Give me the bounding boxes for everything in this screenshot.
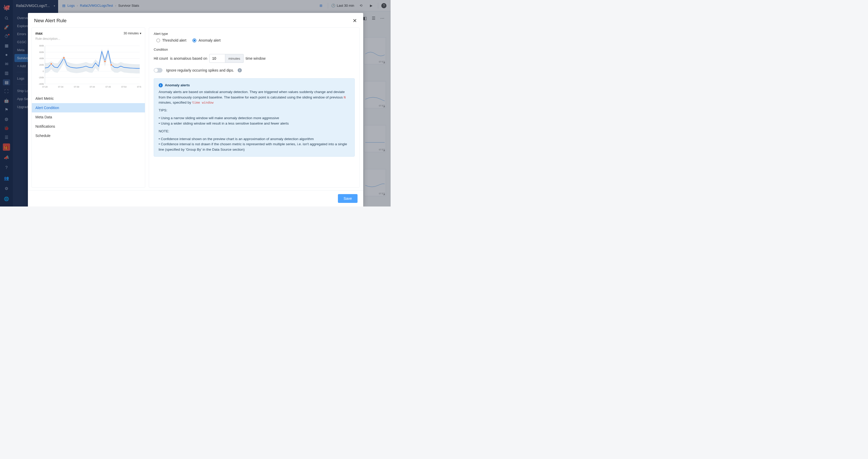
svg-text:07:29: 07:29	[42, 86, 48, 88]
ignore-spikes-row: Ignore regularly occurring spikes and di…	[154, 68, 355, 72]
right-panel: Alert type Threshold alert Anomaly alert…	[149, 27, 360, 188]
svg-text:0: 0	[43, 70, 44, 72]
svg-text:200k: 200k	[39, 64, 44, 66]
tab-alert-condition[interactable]: Alert Condition	[32, 103, 145, 113]
svg-text:07:44: 07:44	[90, 86, 95, 88]
condition-label: Condition	[154, 48, 355, 52]
save-button[interactable]: Save	[338, 194, 358, 203]
left-panel: max 30 minutes ▾ Rule description... -40…	[32, 27, 145, 188]
svg-text:400k: 400k	[39, 57, 44, 60]
svg-text:07:34: 07:34	[58, 86, 64, 88]
svg-point-19	[110, 64, 112, 66]
svg-text:600k: 600k	[39, 51, 44, 54]
info-icon: i	[159, 83, 163, 87]
svg-text:-200k: -200k	[38, 76, 44, 79]
radio-icon	[192, 38, 196, 42]
condition-row: Hit count is anomalous based on minutes …	[154, 54, 355, 63]
chart-name: max	[35, 31, 43, 35]
radio-anomaly[interactable]: Anomaly alert	[192, 38, 221, 42]
svg-text:800k: 800k	[39, 45, 44, 47]
note-1: • Confidence interval shown on the previ…	[159, 136, 350, 142]
svg-text:07:39: 07:39	[74, 86, 79, 88]
tab-alert-metric[interactable]: Alert Metric	[32, 94, 145, 103]
tip-2: • Using a wider sliding window will resu…	[159, 121, 350, 126]
new-alert-modal: New Alert Rule ✕ max 30 minutes ▾ Rule d…	[28, 13, 363, 207]
preview-chart: -400k-200k0200k400k600k800k07:2907:3407:…	[32, 43, 145, 91]
modal-side-tabs: Alert Metric Alert Condition Meta Data N…	[32, 94, 145, 140]
svg-text:07:54: 07:54	[121, 86, 127, 88]
rule-description-input[interactable]: Rule description...	[32, 37, 145, 43]
svg-text:07:49: 07:49	[105, 86, 111, 88]
info-body: Anomaly alerts are based on statistical …	[159, 89, 350, 105]
radio-threshold[interactable]: Threshold alert	[156, 38, 186, 42]
caret-down-icon: ▾	[140, 32, 141, 35]
modal-header: New Alert Rule ✕	[28, 13, 363, 27]
svg-point-18	[104, 60, 106, 62]
tab-meta-data[interactable]: Meta Data	[32, 113, 145, 122]
note-label: NOTE:	[159, 129, 350, 134]
tips-label: TIPS:	[159, 108, 350, 113]
alert-type-radios: Threshold alert Anomaly alert	[154, 38, 355, 42]
condition-phrase: is anomalous based on	[170, 56, 207, 60]
condition-metric: Hit count	[154, 56, 168, 60]
alert-type-label: Alert type	[154, 32, 355, 36]
note-2: • Confidence interval is not drawn if th…	[159, 142, 350, 152]
info-title: Anomaly alerts	[165, 83, 190, 88]
condition-phrase-2: time window	[246, 56, 266, 60]
modal-footer: Save	[28, 190, 363, 207]
time-window-input[interactable]	[209, 54, 225, 63]
chart-range-dropdown[interactable]: 30 minutes ▾	[123, 32, 141, 35]
anomaly-info-box: i Anomaly alerts Anomaly alerts are base…	[154, 78, 355, 157]
tip-1: • Using a narrow sliding window will mak…	[159, 116, 350, 121]
tab-notifications[interactable]: Notifications	[32, 122, 145, 131]
svg-text:07:59: 07:59	[137, 86, 141, 88]
svg-point-17	[63, 57, 65, 59]
time-window-unit: minutes	[225, 54, 244, 63]
radio-icon	[156, 38, 160, 42]
close-icon[interactable]: ✕	[352, 18, 357, 24]
svg-text:-400k: -400k	[38, 83, 44, 85]
modal-title: New Alert Rule	[34, 18, 67, 24]
ignore-spikes-toggle[interactable]	[154, 68, 162, 72]
info-icon[interactable]: i	[238, 68, 242, 72]
ignore-spikes-label: Ignore regularly occurring spikes and di…	[166, 68, 234, 72]
tab-schedule[interactable]: Schedule	[32, 131, 145, 140]
svg-point-16	[51, 63, 52, 65]
